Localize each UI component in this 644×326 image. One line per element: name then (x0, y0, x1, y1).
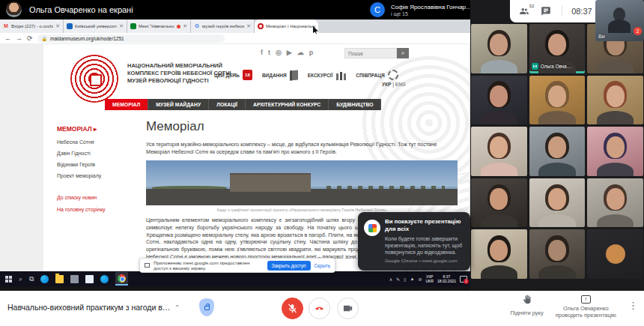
self-silhouette (613, 7, 625, 21)
host-controls-button[interactable] (199, 298, 214, 316)
participant-tile[interactable] (587, 127, 643, 176)
menu-excursions[interactable]: ЕКСКУРСІЇ (308, 70, 347, 80)
recording-dot-icon (177, 25, 180, 28)
meeting-title-button[interactable]: Навчально-виховний практикум з нагоди в…… (7, 303, 180, 312)
edge-icon[interactable] (100, 275, 109, 283)
mic-muted-button[interactable] (282, 298, 303, 319)
chat-button[interactable] (541, 6, 553, 16)
leave-call-button[interactable] (309, 298, 330, 319)
nav-construction[interactable]: БУДІВНИЦТВО (329, 99, 381, 110)
maidan-museum-favicon (258, 23, 264, 29)
lang-eng[interactable]: ENG (395, 82, 406, 87)
tab-university[interactable]: Київський університет іме… ✕ (64, 19, 127, 33)
pinterest-icon[interactable]: p (309, 49, 314, 56)
lock-icon (204, 306, 210, 310)
instagram-icon[interactable]: ◎ (276, 49, 282, 56)
refresh-button[interactable]: ⟳ (27, 34, 33, 42)
participant-tile-avatar-only[interactable] (587, 229, 643, 279)
network-icon[interactable]: ▲ (410, 277, 414, 281)
participant-tile[interactable] (471, 127, 527, 176)
soundcloud-icon[interactable]: ☁ (297, 49, 304, 56)
participant-tile[interactable] (529, 76, 586, 125)
notification-center-icon[interactable]: 2 (460, 276, 467, 283)
raise-hand-button[interactable]: Підняти руку (510, 294, 543, 316)
tab-google-search[interactable]: G музей героїв небесної сот… ✕ (191, 19, 255, 33)
sidebar-item-bell-of-dignity[interactable]: Дзвін Гідності (57, 151, 136, 156)
news-list-link[interactable]: До списку новин (57, 195, 136, 200)
person-silhouette (490, 188, 508, 210)
participants-count-button[interactable]: 32 (519, 6, 531, 16)
museum-logo-icon[interactable] (70, 55, 118, 103)
participant-tile[interactable] (529, 127, 586, 176)
hand-icon (521, 294, 532, 305)
participants-line1: Софія Ярославівна Гончар… (391, 4, 472, 10)
tab-memorial-active[interactable]: Меморіал | Національний… (255, 19, 318, 33)
home-page-link[interactable]: На головну сторінку (57, 207, 136, 212)
camera-button[interactable] (337, 298, 359, 319)
person-silhouette (597, 214, 634, 228)
back-button[interactable]: ← (4, 34, 11, 42)
participant-tile[interactable]: Ольга Овча… (529, 24, 586, 73)
store-icon[interactable] (70, 275, 79, 283)
nav-locations[interactable]: ЛОКАЦІЇ (209, 99, 246, 110)
taskbar-language[interactable]: УКР UKR (425, 274, 434, 283)
sidebar-item-memorial-active[interactable]: МЕМОРІАЛ ▸ (57, 125, 136, 133)
participant-tile[interactable] (471, 76, 527, 125)
people-icon (519, 6, 529, 16)
volume-muted-icon[interactable]: ⊘ (418, 277, 422, 282)
person-silhouette (548, 34, 566, 55)
tab-close-icon[interactable]: ✕ (119, 23, 124, 29)
sidebar-item-hero-awards[interactable]: Відзнаки Героїв (57, 162, 136, 167)
presenting-status[interactable]: ↑ Ольга Овчаренко проводить презентацію (556, 294, 616, 319)
nav-memorial[interactable]: МЕМОРІАЛ (105, 99, 148, 110)
pen-icon[interactable]: ✎ (396, 277, 400, 282)
participant-tile[interactable] (471, 229, 527, 279)
tab-close-icon[interactable]: ✕ (55, 23, 60, 29)
sidebar-item-heavenly-hundred[interactable]: Небесна Сотня (57, 139, 136, 145)
facebook-icon[interactable]: f (261, 49, 263, 56)
mail-icon[interactable] (85, 275, 94, 283)
participant-tile[interactable] (529, 178, 586, 228)
sidebar-item-memorial-project[interactable]: Проект меморіалу (57, 173, 136, 178)
search-input[interactable] (344, 48, 397, 58)
person-silhouette (481, 60, 517, 73)
menu-cooperation[interactable]: СПІВПРАЦЯ (356, 70, 398, 80)
tab-close-icon[interactable]: ✕ (183, 23, 187, 29)
presenter-chip: Ольга Овчаренко на екрані (6, 1, 133, 17)
self-video-tile[interactable]: Ви 2 (595, 0, 644, 41)
participant-tile[interactable] (471, 178, 527, 228)
search-button[interactable]: ⌕ (397, 48, 409, 58)
tab-meet[interactable]: Meet "Навчально-вих…" ✕ (127, 19, 191, 33)
share-bar-text: Приложению meet.google.com предоставлен … (154, 260, 264, 271)
edge-icon[interactable] (40, 275, 49, 283)
lang-ukr[interactable]: УКР (382, 82, 391, 87)
menu-this-day[interactable]: ЦЕЙ ДЕНЬ 18 (214, 70, 252, 80)
participant-tile[interactable] (529, 229, 586, 279)
chrome-taskbar-button[interactable] (115, 272, 128, 286)
taskbar-clock[interactable]: 8:37 18.02.2021 (437, 274, 456, 283)
participants-grid: Ольга Овча… (471, 24, 643, 279)
tab-gmail[interactable]: M Вхідні (227) - o.ovcharen… ✕ (0, 19, 64, 33)
task-view-icon[interactable]: ⧉ (29, 275, 34, 283)
address-bar[interactable]: 🔒 maidanmuseum.org/uk/node/1251 (37, 34, 225, 43)
start-button[interactable] (5, 276, 12, 283)
stop-sharing-button[interactable]: Закрыть доступ (267, 261, 311, 271)
participant-tile[interactable] (471, 24, 527, 73)
people-group-icon (335, 70, 346, 80)
file-explorer-icon[interactable] (55, 275, 64, 283)
nav-architect-contest[interactable]: АРХІТЕКТУРНИЙ КОНКУРС (246, 99, 329, 110)
nav-maidan-museum[interactable]: МУЗЕЙ МАЙДАНУ (148, 99, 209, 110)
participant-tile[interactable] (587, 76, 643, 125)
mic-tray-icon[interactable]: ▯ (404, 277, 406, 282)
youtube-icon[interactable]: ▶ (287, 49, 292, 56)
hide-share-bar-link[interactable]: Скрыть (315, 263, 331, 268)
tab-close-icon[interactable]: ✕ (246, 23, 251, 29)
tray-expand-icon[interactable]: ∧ (389, 277, 392, 282)
menu-publications[interactable]: ВИДАННЯ (262, 70, 298, 80)
twitter-icon[interactable]: t (268, 49, 270, 56)
presentation-popup[interactable]: Ви показуєте презентацію для всіх Коли б… (358, 212, 470, 271)
search-icon[interactable]: ⌕ (19, 275, 22, 283)
participant-tile[interactable] (587, 178, 643, 228)
more-options-button[interactable]: ⋮ (628, 300, 638, 311)
forward-button[interactable]: → (16, 34, 22, 42)
